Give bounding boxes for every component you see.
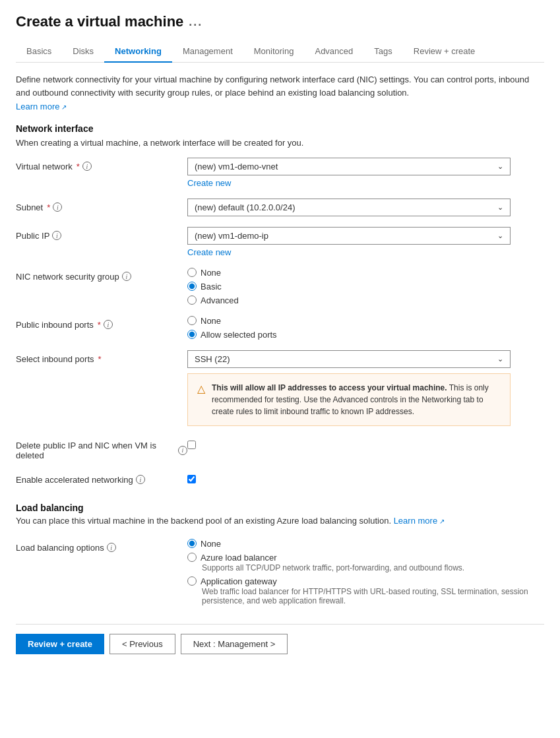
section-description: Define network connectivity for your vir… [16, 73, 544, 99]
public-ip-label: Public IP [16, 231, 49, 241]
load-balancing-desc: You can place this virtual machine in th… [16, 516, 544, 526]
subnet-value: (new) default (10.2.0.0/24) [195, 202, 295, 212]
virtual-network-required: * [77, 162, 80, 171]
enable-accelerated-checkbox[interactable] [187, 475, 196, 483]
virtual-network-label: Virtual network [16, 162, 73, 171]
tab-networking[interactable]: Networking [104, 41, 172, 63]
public-inbound-ports-required: * [98, 320, 101, 330]
chevron-down-icon: ⌄ [497, 203, 503, 212]
lb-azure-lb: Azure load balancer Supports all TCP/UDP… [187, 553, 544, 572]
subnet-dropdown[interactable]: (new) default (10.2.0.0/24) ⌄ [187, 199, 511, 216]
page-title-dots: ... [189, 15, 202, 29]
load-balancing-title: Load balancing [16, 503, 544, 513]
lb-none-label: None [201, 539, 221, 549]
warning-triangle-icon: △ [197, 383, 205, 417]
subnet-label: Subnet [16, 202, 43, 212]
page-title: Create a virtual machine [16, 13, 183, 30]
public-ip-info-icon[interactable]: i [52, 231, 61, 240]
public-inbound-ports-radio-group: None Allow selected ports [187, 316, 544, 340]
lb-app-gateway: Application gateway Web traffic load bal… [187, 576, 544, 605]
load-balancing-options-label: Load balancing options [16, 543, 104, 553]
select-inbound-ports-dropdown[interactable]: SSH (22) ⌄ [187, 350, 511, 368]
delete-public-ip-checkbox[interactable] [187, 441, 196, 449]
select-inbound-ports-label: Select inbound ports [16, 354, 94, 364]
nic-nsg-basic-radio[interactable] [187, 282, 197, 291]
nic-nsg-basic[interactable]: Basic [187, 282, 544, 292]
inbound-warning-box: △ This will allow all IP addresses to ac… [187, 373, 511, 426]
public-inbound-none-radio[interactable] [187, 316, 197, 325]
public-inbound-none-label: None [201, 316, 221, 326]
chevron-down-icon: ⌄ [497, 231, 503, 240]
load-balancing-options-info-icon[interactable]: i [107, 543, 116, 552]
tab-review-create[interactable]: Review + create [403, 41, 486, 63]
lb-none[interactable]: None [187, 539, 544, 549]
public-ip-row: Public IP i (new) vm1-demo-ip ⌄ Create n… [16, 222, 544, 262]
load-balancing-section: Load balancing You can place this virtua… [16, 503, 544, 611]
public-ip-create-new[interactable]: Create new [187, 247, 544, 257]
learn-more-link[interactable]: Learn more [16, 102, 67, 111]
load-balancing-radio-group: None Azure load balancer Supports all TC… [187, 539, 544, 605]
nic-nsg-advanced-radio[interactable] [187, 295, 197, 305]
lb-azure-lb-text: Azure load balancer [201, 553, 277, 563]
select-inbound-ports-value: SSH (22) [195, 354, 230, 364]
select-inbound-ports-required: * [98, 354, 102, 364]
public-inbound-allow-radio[interactable] [187, 330, 197, 339]
nic-nsg-row: NIC network security group i None Basic … [16, 262, 544, 311]
tab-advanced[interactable]: Advanced [304, 41, 363, 63]
previous-button[interactable]: < Previous [109, 634, 175, 654]
lb-app-gateway-desc: Web traffic load balancer for HTTP/HTTPS… [202, 587, 544, 605]
lb-azure-lb-radio[interactable] [187, 553, 197, 562]
public-inbound-allow-selected[interactable]: Allow selected ports [187, 330, 544, 340]
chevron-down-icon: ⌄ [497, 162, 503, 171]
virtual-network-dropdown[interactable]: (new) vm1-demo-vnet ⌄ [187, 158, 511, 175]
enable-accelerated-row: Enable accelerated networking i [16, 466, 544, 491]
next-button[interactable]: Next : Management > [181, 634, 288, 654]
load-balancing-options-row: Load balancing options i None Azure load… [16, 534, 544, 611]
subnet-info-icon[interactable]: i [53, 202, 62, 212]
delete-public-ip-label: Delete public IP and NIC when VM is dele… [16, 441, 175, 460]
virtual-network-create-new[interactable]: Create new [187, 178, 544, 188]
tab-disks[interactable]: Disks [62, 41, 104, 63]
public-inbound-allow-label: Allow selected ports [201, 330, 277, 340]
subnet-required: * [47, 202, 50, 212]
tab-basics[interactable]: Basics [16, 41, 62, 63]
public-inbound-ports-info-icon[interactable]: i [104, 320, 113, 329]
nic-nsg-advanced-label: Advanced [201, 295, 239, 305]
public-inbound-ports-label: Public inbound ports [16, 320, 94, 330]
load-balancing-learn-more[interactable]: Learn more [394, 516, 445, 526]
lb-azure-lb-desc: Supports all TCP/UDP network traffic, po… [202, 563, 544, 572]
public-ip-dropdown[interactable]: (new) vm1-demo-ip ⌄ [187, 227, 511, 245]
virtual-network-row: Virtual network * i (new) vm1-demo-vnet … [16, 152, 544, 193]
select-inbound-ports-row: Select inbound ports * SSH (22) ⌄ △ This… [16, 345, 544, 431]
bottom-bar: Review + create < Previous Next : Manage… [16, 624, 544, 663]
public-ip-value: (new) vm1-demo-ip [195, 231, 268, 241]
virtual-network-info-icon[interactable]: i [82, 162, 92, 171]
tab-bar: Basics Disks Networking Management Monit… [16, 41, 544, 63]
nic-nsg-radio-group: None Basic Advanced [187, 268, 544, 305]
network-interface-title: Network interface [16, 123, 544, 134]
nic-nsg-none-label: None [201, 268, 221, 278]
lb-app-gateway-text: Application gateway [201, 576, 277, 586]
lb-app-gateway-radio[interactable] [187, 576, 197, 586]
delete-public-ip-info-icon[interactable]: i [178, 446, 187, 455]
warning-text: This will allow all IP addresses to acce… [212, 382, 501, 417]
lb-azure-lb-label[interactable]: Azure load balancer [187, 553, 544, 563]
enable-accelerated-info-icon[interactable]: i [136, 475, 145, 484]
nic-nsg-label: NIC network security group [16, 272, 119, 282]
delete-public-ip-row: Delete public IP and NIC when VM is dele… [16, 431, 544, 466]
subnet-row: Subnet * i (new) default (10.2.0.0/24) ⌄ [16, 193, 544, 222]
nic-nsg-info-icon[interactable]: i [122, 272, 131, 281]
public-inbound-ports-row: Public inbound ports * i None Allow sele… [16, 311, 544, 345]
tab-monitoring[interactable]: Monitoring [243, 41, 305, 63]
nic-nsg-advanced[interactable]: Advanced [187, 295, 544, 305]
nic-nsg-none[interactable]: None [187, 268, 544, 278]
lb-none-radio[interactable] [187, 539, 197, 548]
review-create-button[interactable]: Review + create [16, 634, 104, 654]
lb-app-gateway-label[interactable]: Application gateway [187, 576, 544, 586]
warning-bold-text: This will allow all IP addresses to acce… [212, 383, 447, 392]
tab-management[interactable]: Management [172, 41, 243, 63]
public-inbound-none[interactable]: None [187, 316, 544, 326]
virtual-network-value: (new) vm1-demo-vnet [195, 162, 278, 171]
tab-tags[interactable]: Tags [363, 41, 402, 63]
nic-nsg-none-radio[interactable] [187, 268, 197, 277]
